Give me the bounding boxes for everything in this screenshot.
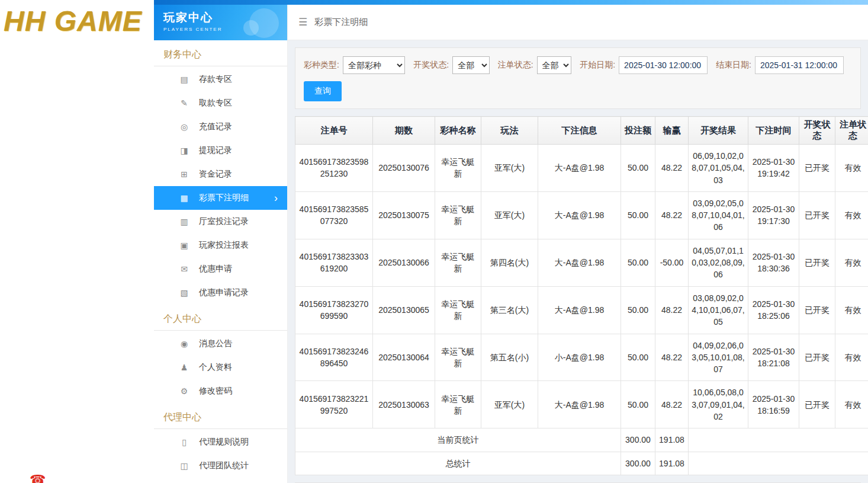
table-cell: 20250130065 (373, 286, 435, 334)
table-cell: 04,05,07,01,10,03,02,08,09,06 (689, 239, 748, 286)
table-cell: 50.00 (621, 286, 655, 334)
total-summary-bet: 300.00 (621, 452, 655, 475)
table-cell: 401569173823270699590 (295, 286, 373, 334)
start-date-input[interactable] (619, 56, 708, 74)
page-summary-empty (689, 428, 868, 452)
order-status-select[interactable]: 全部 (537, 56, 572, 74)
table-cell: 48.22 (655, 381, 689, 428)
profile-icon: ♟ (179, 363, 189, 372)
column-header: 玩法 (481, 117, 538, 145)
table-cell: 50.00 (621, 334, 655, 381)
sidebar-item-label: 存款专区 (199, 74, 232, 85)
table-cell: 有效 (835, 286, 868, 334)
page-summary-bet: 300.00 (621, 428, 655, 452)
sidebar-item-lottery-bet-detail[interactable]: ▦彩票下注明细› (154, 186, 287, 210)
sidebar-item-label: 修改密码 (199, 386, 232, 396)
column-header: 下注时间 (748, 117, 799, 145)
chevron-right-icon: › (274, 193, 278, 203)
page-summary-winloss: 191.08 (655, 428, 689, 452)
table-cell: 幸运飞艇新 (435, 191, 481, 239)
sidebar-item-player-bet-report[interactable]: ▣玩家投注报表 (154, 233, 287, 257)
table-cell: 20250130076 (373, 145, 435, 192)
sidebar-section-title: 财务中心 (154, 40, 287, 66)
table-cell: 小-A盘@1.98 (538, 334, 621, 381)
table-cell: 401569173823303619200 (295, 239, 373, 286)
circle-decoration-icon (243, 20, 259, 36)
sidebar-item-promo-apply-record[interactable]: ▧优惠申请记录 (154, 281, 287, 305)
table-cell: 20250130064 (373, 334, 435, 381)
lottery-type-select[interactable]: 全部彩种 (343, 56, 405, 74)
agent-rules-icon: ▯ (179, 437, 189, 447)
player-bet-report-icon: ▣ (179, 241, 189, 250)
table-row: 40156917382322199752020250130063幸运飞艇新亚军(… (295, 381, 868, 428)
table-row: 40156917382330361920020250130066幸运飞艇新第四名… (295, 239, 868, 286)
table-cell: 已开奖 (799, 191, 835, 239)
column-header: 期数 (373, 117, 435, 145)
table-cell: 50.00 (621, 381, 655, 428)
filter-panel: 彩种类型: 全部彩种 开奖状态: 全部 注单状态: 全部 开始日期: 结束日期:… (295, 47, 861, 109)
sidebar-item-promo-apply[interactable]: ✉优惠申请 (154, 257, 287, 281)
sidebar-item-label: 代理团队统计 (199, 460, 249, 471)
table-cell: 有效 (835, 334, 868, 381)
table-cell: 50.00 (621, 191, 655, 239)
sidebar-item-withdraw[interactable]: ✎取款专区 (154, 91, 287, 115)
search-button[interactable]: 查询 (304, 81, 342, 101)
lottery-bet-detail-icon: ▦ (179, 193, 189, 203)
promo-apply-icon: ✉ (179, 264, 189, 274)
table-row: 40156917382359825123020250130076幸运飞艇新亚军(… (295, 145, 868, 192)
sidebar-item-profile[interactable]: ♟个人资料 (154, 356, 287, 379)
total-summary-empty (689, 452, 868, 475)
table-cell: 401569173823221997520 (295, 381, 373, 428)
order-status-label: 注单状态: (498, 60, 533, 71)
table-cell: 10,06,05,08,03,07,09,01,04,02 (689, 381, 748, 428)
table-cell: 已开奖 (799, 145, 835, 192)
brand-logo: HH GAME (4, 5, 154, 37)
table-cell: 2025-01-30 18:21:08 (748, 334, 799, 381)
hamburger-menu-icon[interactable]: ☰ (298, 16, 307, 28)
table-cell: 幸运飞艇新 (435, 334, 481, 381)
column-header: 注单状态 (835, 117, 868, 145)
recharge-record-icon: ◎ (179, 122, 189, 132)
table-cell: 已开奖 (799, 286, 835, 334)
sidebar-section-title: 个人中心 (154, 305, 287, 331)
column-header: 彩种名称 (435, 117, 481, 145)
sidebar-item-cashout-record[interactable]: ◨提现记录 (154, 139, 287, 162)
end-date-input[interactable] (755, 56, 844, 74)
sidebar-item-recharge-record[interactable]: ◎充值记录 (154, 115, 287, 139)
table-cell: 幸运飞艇新 (435, 381, 481, 428)
agent-team-stats-icon: ◫ (179, 461, 189, 471)
table-cell: 幸运飞艇新 (435, 145, 481, 192)
table-cell: 亚军(大) (481, 191, 538, 239)
lottery-type-label: 彩种类型: (304, 60, 339, 71)
sidebar-item-agent-team-stats[interactable]: ◫代理团队统计 (154, 454, 287, 478)
column-header: 开奖结果 (689, 117, 748, 145)
table-cell: 2025-01-30 18:16:59 (748, 381, 799, 428)
sidebar-item-change-password[interactable]: ⚙修改密码 (154, 379, 287, 403)
page-summary-label: 当前页统计 (295, 428, 621, 452)
change-password-icon: ⚙ (179, 386, 189, 396)
table-cell: 亚军(大) (481, 145, 538, 192)
service-phone-icon[interactable]: ☎ (30, 472, 46, 483)
start-date-label: 开始日期: (580, 60, 615, 71)
table-cell: 04,09,02,06,03,05,10,01,08,07 (689, 334, 748, 381)
table-cell: 大-A盘@1.98 (538, 381, 621, 428)
sidebar-item-hall-bet-record[interactable]: ▥厅室投注记录 (154, 210, 287, 233)
sidebar-item-funds-record[interactable]: ⊞资金记录 (154, 162, 287, 186)
table-cell: 已开奖 (799, 239, 835, 286)
total-summary-winloss: 191.08 (655, 452, 689, 475)
content: 彩种类型: 全部彩种 开奖状态: 全部 注单状态: 全部 开始日期: 结束日期:… (288, 40, 868, 483)
sidebar-item-label: 厅室投注记录 (199, 216, 249, 227)
sidebar-item-deposit[interactable]: ▤存款专区 (154, 68, 287, 91)
sidebar-item-message-notice[interactable]: ◉消息公告 (154, 332, 287, 356)
sidebar-item-label: 资金记录 (199, 169, 232, 180)
table-row: 40156917382324689645020250130064幸运飞艇新第五名… (295, 334, 868, 381)
top-gradient-strip (154, 0, 868, 5)
table-cell: 20250130063 (373, 381, 435, 428)
sidebar-item-label: 个人资料 (199, 362, 232, 373)
table-cell: 大-A盘@1.98 (538, 145, 621, 192)
draw-status-select[interactable]: 全部 (452, 56, 489, 74)
table-cell: 2025-01-30 18:25:06 (748, 286, 799, 334)
table-cell: 已开奖 (799, 381, 835, 428)
sidebar-item-agent-rules[interactable]: ▯代理规则说明 (154, 430, 287, 454)
draw-status-label: 开奖状态: (413, 60, 449, 71)
